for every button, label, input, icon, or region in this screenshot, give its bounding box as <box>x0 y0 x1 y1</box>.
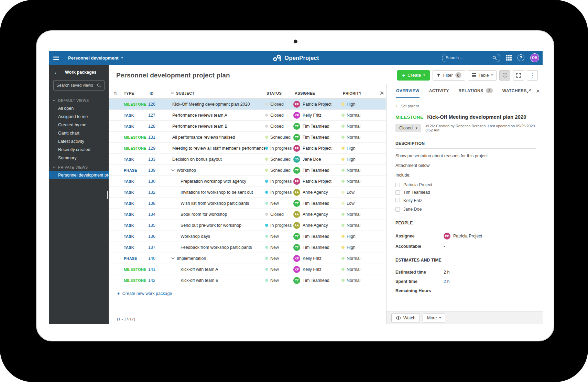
close-icon[interactable]: × <box>536 88 540 94</box>
field-value-wrap[interactable]: 2 h <box>444 279 449 284</box>
sidebar-item[interactable]: Summary <box>49 154 109 162</box>
sidebar-section-header[interactable]: DEFAULT VIEWS <box>49 95 109 104</box>
id-cell[interactable]: 135 <box>148 223 170 228</box>
table-row[interactable]: PHASE 139 Workshop Scheduled TT Tim Team… <box>109 165 386 176</box>
priority-cell[interactable]: High <box>341 102 378 107</box>
table-row[interactable]: TASK 136 Workshop days New TT Tim Teamle… <box>109 231 386 242</box>
saved-views-search[interactable] <box>53 80 105 91</box>
priority-cell[interactable]: High <box>341 157 378 162</box>
column-status[interactable]: STATUS <box>265 91 293 95</box>
subject-cell[interactable]: Performance reviews team A <box>170 113 265 118</box>
id-cell[interactable]: 139 <box>148 168 170 173</box>
table-row[interactable]: TASK 138 Wish list from workshop partici… <box>109 198 386 209</box>
priority-cell[interactable]: Normal <box>341 168 378 173</box>
sidebar-item[interactable]: Personnel development proj... <box>49 171 109 179</box>
id-cell[interactable]: 126 <box>148 102 170 107</box>
panel-tab[interactable]: OVERVIEW <box>396 84 420 98</box>
priority-cell[interactable]: High <box>341 245 378 250</box>
assignee-cell[interactable]: KF Kelly Fritz <box>293 266 341 273</box>
field-value-wrap[interactable]: - <box>444 244 445 249</box>
table-row[interactable]: TASK 133 Decision on bonus payout Schedu… <box>109 154 386 165</box>
id-cell[interactable]: 131 <box>148 135 170 140</box>
status-cell[interactable]: New <box>265 267 293 272</box>
status-cell[interactable]: Closed <box>265 124 293 129</box>
checkbox[interactable] <box>395 198 400 202</box>
sidebar-item[interactable]: All open <box>49 104 109 113</box>
field-value-wrap[interactable]: - <box>444 288 445 293</box>
priority-cell[interactable]: Normal <box>341 267 378 272</box>
id-cell[interactable]: 141 <box>148 267 170 272</box>
table-row[interactable]: TASK 128 Performance reviews team B Clos… <box>109 121 386 132</box>
sidebar-item[interactable]: Latest activity <box>49 137 109 146</box>
status-cell[interactable]: In progress <box>265 223 293 228</box>
subject-cell[interactable]: All performance reviews finalised <box>170 135 265 140</box>
subject-cell[interactable]: Performance reviews team B <box>170 124 265 129</box>
priority-cell[interactable]: High <box>341 234 378 239</box>
status-cell[interactable]: New <box>265 256 293 261</box>
panel-tab[interactable]: RELATIONS 2 <box>459 84 493 98</box>
subject-cell[interactable]: Implementation <box>170 256 265 261</box>
priority-cell[interactable]: Normal <box>341 179 378 184</box>
column-priority[interactable]: PRIORITY <box>341 91 378 95</box>
sidebar-scrollbar[interactable] <box>107 191 108 199</box>
assignee-cell[interactable]: TT Tim Teamlead <box>293 200 341 207</box>
subject-cell[interactable]: Wish list from workshop participants <box>170 201 265 206</box>
assignee-cell[interactable]: TT Tim Teamlead <box>293 167 341 174</box>
id-cell[interactable]: 138 <box>148 201 170 206</box>
assignee-cell[interactable]: TT Tim Teamlead <box>293 123 341 130</box>
checkbox[interactable] <box>395 207 400 212</box>
column-type[interactable]: TYPE <box>122 91 148 95</box>
id-cell[interactable]: 136 <box>148 234 170 239</box>
status-cell[interactable]: Closed <box>265 212 293 217</box>
assignee-cell[interactable]: TT Tim Teamlead <box>293 244 341 251</box>
column-assignee[interactable]: ASSIGNEE <box>293 91 341 95</box>
wp-type[interactable]: MILESTONE <box>395 115 423 120</box>
modules-grid-icon[interactable] <box>506 55 512 61</box>
chevron-down-icon[interactable] <box>171 257 175 259</box>
id-cell[interactable]: 133 <box>148 157 170 162</box>
subject-cell[interactable]: Kick-off with team A <box>170 267 265 272</box>
sidebar-item[interactable]: Recently created <box>49 146 109 154</box>
table-view-button[interactable]: Table▾ <box>468 70 497 81</box>
assignee-cell[interactable]: KF Kelly Fritz <box>293 112 341 119</box>
status-cell[interactable]: New <box>265 245 293 250</box>
table-settings-button[interactable] <box>380 91 384 95</box>
checkbox[interactable] <box>395 183 400 187</box>
sidebar-item[interactable]: Created by me <box>49 121 109 129</box>
subject-cell[interactable]: Kick-Off Meeting development plan 2020 <box>170 102 265 107</box>
wp-title[interactable]: Kick-Off Meeting development plan 2020 <box>427 114 526 120</box>
assignee-cell[interactable]: PP Patricia Project <box>293 178 341 185</box>
filter-button[interactable]: Filter 0 <box>433 70 465 81</box>
user-avatar[interactable]: RB <box>530 53 539 62</box>
id-cell[interactable]: 130 <box>148 179 170 184</box>
field-value-wrap[interactable]: PP Patricia Project <box>444 233 482 240</box>
create-button[interactable]: +Create▾ <box>397 70 429 81</box>
table-row[interactable]: PHASE 140 Implementation New KF Kelly Fr… <box>109 253 386 264</box>
set-parent-button[interactable]: +Set parent <box>395 103 536 109</box>
checkbox[interactable] <box>395 190 400 195</box>
id-cell[interactable]: 142 <box>148 278 170 283</box>
table-row[interactable]: MILESTONE 141 Kick-off with team A New K… <box>109 264 386 275</box>
create-work-package-link[interactable]: +Create new work package <box>117 290 172 296</box>
panel-tab[interactable]: WATCHERS <box>502 84 527 98</box>
priority-cell[interactable]: High <box>341 146 378 151</box>
assignee-cell[interactable]: JD Jane Doe <box>293 156 341 163</box>
table-row[interactable]: TASK 135 Send out pre-work for workshop … <box>109 220 386 231</box>
column-subject[interactable]: SUBJECT <box>170 91 265 95</box>
status-cell[interactable]: In progress <box>265 179 293 184</box>
status-cell[interactable]: Scheduled <box>265 157 293 162</box>
saved-views-search-input[interactable] <box>54 83 97 88</box>
priority-cell[interactable]: Normal <box>341 223 378 228</box>
brand-logo[interactable]: OpenProject <box>273 51 319 65</box>
assignee-cell[interactable]: PP Patricia Project <box>293 101 341 108</box>
assignee-cell[interactable]: TT Tim Teamlead <box>293 277 341 284</box>
menu-icon[interactable] <box>53 56 59 60</box>
subject-cell[interactable]: Kick-off with team B <box>170 278 265 283</box>
subject-cell[interactable]: Book room for workshop <box>170 212 265 217</box>
table-row[interactable]: MILESTONE 126 Kick-Off Meeting developme… <box>109 99 386 110</box>
status-cell[interactable]: Scheduled <box>265 168 293 173</box>
status-cell[interactable]: Closed <box>265 113 293 118</box>
expand-panel-icon[interactable] <box>527 89 531 93</box>
priority-cell[interactable]: Normal <box>341 256 378 261</box>
field-value-wrap[interactable]: 2 h <box>444 270 449 275</box>
